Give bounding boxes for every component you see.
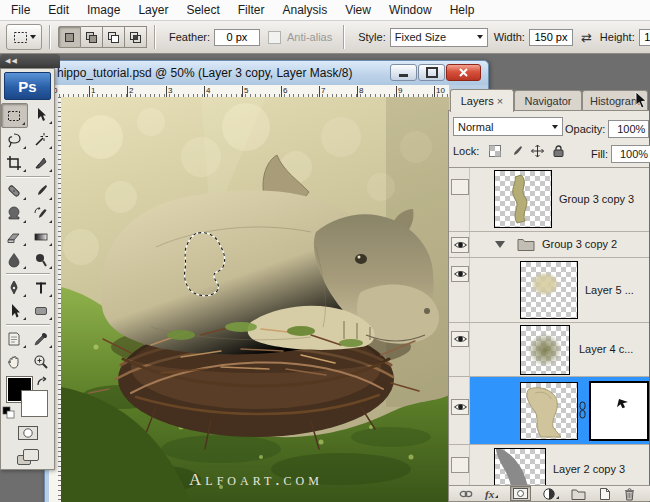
layer-visibility-toggle[interactable] [451,266,469,282]
opacity-value[interactable]: 100% [608,120,649,138]
screen-mode-button[interactable] [1,445,54,469]
tab-navigator[interactable]: Navigator [514,90,582,111]
new-group-button[interactable] [571,488,586,500]
flyout-icon [49,345,52,348]
layer-visibility-toggle[interactable] [451,399,469,415]
menu-analysis[interactable]: Analysis [273,1,336,19]
layers-list: Group 3 copy 3 Group 3 copy 2 [449,168,649,487]
pen-tool[interactable] [1,276,28,299]
rect-marquee-tool[interactable] [1,103,28,128]
fill-label: Fill: [591,148,608,160]
brush-tool[interactable] [28,179,55,202]
menu-filter[interactable]: Filter [229,1,274,19]
layer-row-selected[interactable] [449,377,649,445]
dodge-tool[interactable] [28,248,55,271]
quick-mask-button[interactable] [1,421,54,445]
tab-layers[interactable]: Layers × [450,89,514,112]
menu-view[interactable]: View [336,1,380,19]
layer-thumbnail[interactable] [520,325,570,375]
anti-alias-label: Anti-alias [287,31,332,43]
layer-thumbnail[interactable] [494,448,546,487]
shape-tool[interactable] [28,299,55,322]
layer-row-layer-4[interactable]: Layer 4 c... [449,323,649,377]
menu-help[interactable]: Help [441,1,484,19]
tab-histogram-label: Histogram [590,95,640,107]
zoom-tool[interactable] [28,350,55,373]
eraser-tool[interactable] [1,225,28,248]
healing-brush-tool[interactable] [1,179,28,202]
delete-layer-button[interactable] [623,487,636,501]
add-layer-mask-button[interactable] [510,486,531,501]
slice-tool[interactable] [28,151,55,174]
layer-row-layer-2-copy-3[interactable]: Layer 2 copy 3 [449,445,649,487]
layer-row-group-3-copy-2[interactable]: Group 3 copy 2 [449,232,649,258]
layer-visibility-toggle[interactable] [451,237,469,253]
layer-visibility-toggle[interactable] [451,331,469,347]
history-brush-tool[interactable] [28,202,55,225]
lock-transparency-icon[interactable] [488,144,503,158]
menu-file[interactable]: File [2,1,39,19]
move-tool[interactable] [28,103,55,126]
tab-close-icon[interactable]: × [497,95,503,107]
history-brush-icon [33,206,49,222]
feather-input[interactable] [214,29,260,46]
menu-edit[interactable]: Edit [39,1,78,19]
maximize-button[interactable] [418,64,445,81]
background-color-swatch[interactable] [22,391,47,416]
menu-image[interactable]: Image [78,1,129,19]
lock-position-icon[interactable] [530,144,545,158]
group-expand-triangle[interactable] [495,241,505,248]
menu-layer[interactable]: Layer [129,1,177,19]
tool-preset-button[interactable] [6,24,42,50]
layer-styles-button[interactable]: fx [485,488,498,500]
layer-row-layer-5[interactable]: Layer 5 ... [449,258,649,323]
layer-mask-thumbnail[interactable] [589,381,649,441]
magic-wand-tool[interactable] [28,128,55,151]
layer-thumbnail[interactable] [520,261,578,319]
mask-link-icon[interactable] [578,401,587,419]
new-layer-button[interactable] [598,487,611,501]
style-dropdown[interactable]: Fixed Size [390,28,488,47]
link-layers-button[interactable] [459,489,473,499]
layer-visibility-toggle[interactable] [451,179,469,195]
close-button[interactable] [446,64,481,81]
gradient-tool[interactable] [28,225,55,248]
layer-thumbnail[interactable] [520,382,578,440]
palette-collapse-button[interactable]: ◀◀ [0,54,60,68]
layer-thumbnail[interactable] [494,170,552,228]
lock-all-icon[interactable] [551,144,566,158]
document-title-bar[interactable]: hippo_tutorial.psd @ 50% (Layer 3 copy, … [45,61,488,85]
layer-visibility-toggle[interactable] [451,457,469,473]
blend-mode-dropdown[interactable]: Normal [453,117,563,136]
clone-stamp-tool[interactable] [1,202,28,225]
intersect-selection-button[interactable] [125,26,147,48]
width-input[interactable] [529,29,573,46]
swap-colors-icon[interactable] [35,375,51,389]
subtract-from-selection-button[interactable] [103,26,125,48]
menu-window[interactable]: Window [380,1,441,19]
minimize-button[interactable] [390,64,417,81]
blur-tool[interactable] [1,248,28,271]
type-tool[interactable] [28,276,55,299]
crop-tool[interactable] [1,151,28,174]
height-input[interactable] [639,29,650,46]
new-selection-button[interactable] [58,26,81,48]
default-colors-icon[interactable] [2,406,16,420]
canvas-image[interactable]: Alfoart.com [61,97,449,502]
layer-row-group-3-copy-3[interactable]: Group 3 copy 3 [449,168,649,232]
adjustment-layer-button[interactable] [543,488,559,500]
flyout-icon [23,169,26,172]
lasso-tool[interactable] [1,128,28,151]
notes-tool[interactable] [1,327,28,350]
add-to-selection-button[interactable] [81,26,103,48]
menu-select[interactable]: Select [177,1,228,19]
fill-value[interactable]: 100% [611,145,650,163]
swap-dimensions-icon[interactable]: ⇄ [581,30,592,45]
lock-pixels-icon[interactable] [509,144,524,158]
hand-tool[interactable] [1,350,28,373]
pen-icon [6,280,22,296]
new-group-icon [571,488,586,500]
path-select-tool[interactable] [1,299,28,322]
flyout-icon [23,317,26,320]
eyedropper-tool[interactable] [28,327,55,350]
